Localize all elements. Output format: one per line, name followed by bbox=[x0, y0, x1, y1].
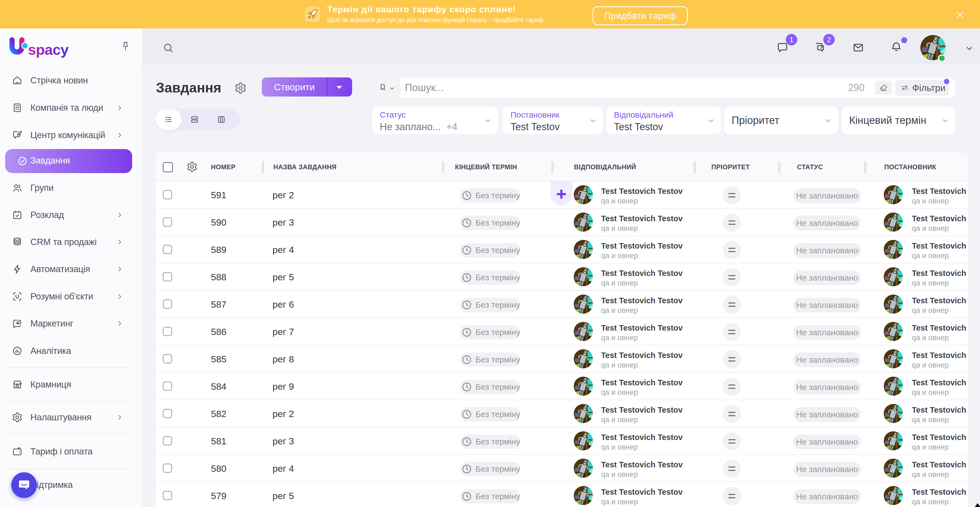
svg-text:spacy: spacy bbox=[28, 41, 69, 58]
